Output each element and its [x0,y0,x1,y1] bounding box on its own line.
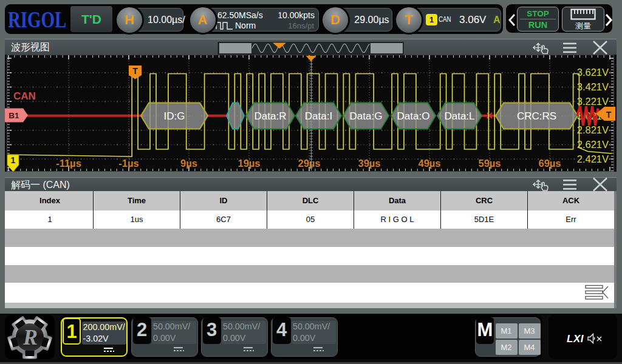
svg-text:R: R [22,325,38,349]
